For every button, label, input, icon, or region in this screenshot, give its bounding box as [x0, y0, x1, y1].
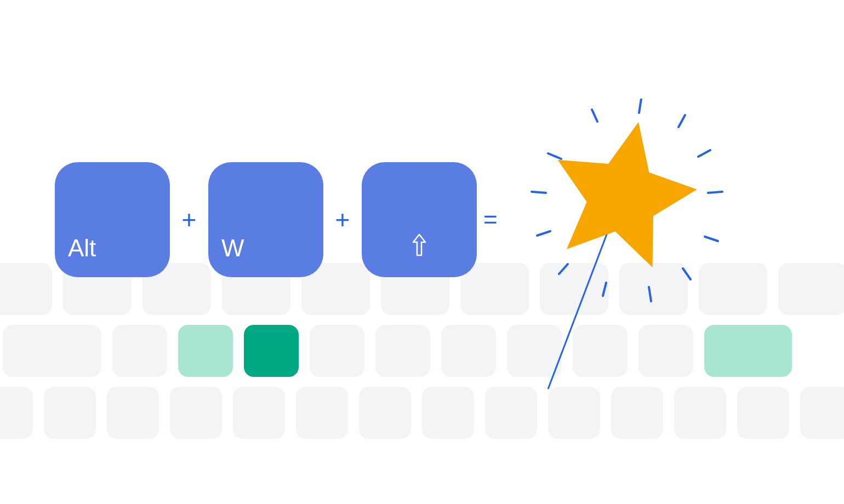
key-arrow-up [362, 162, 477, 277]
svg-line-4 [678, 115, 685, 127]
background-key [778, 263, 844, 315]
background-key [112, 325, 167, 377]
svg-line-9 [603, 283, 606, 296]
plus-operator-2: + [323, 205, 362, 234]
background-key [233, 387, 285, 439]
equals-operator: = [483, 206, 501, 233]
key-w-label: W [221, 234, 244, 262]
svg-line-13 [708, 192, 722, 193]
illustration-stage: Alt + W + = [0, 0, 844, 504]
svg-line-12 [705, 237, 718, 241]
magic-wand-icon [515, 99, 745, 405]
arrow-up-icon [412, 233, 426, 262]
svg-line-5 [548, 153, 561, 159]
svg-line-7 [537, 231, 550, 236]
background-key [107, 387, 159, 439]
svg-line-11 [683, 268, 691, 279]
plus-operator-1: + [170, 205, 208, 234]
background-key [3, 325, 101, 377]
svg-line-8 [559, 264, 568, 274]
background-key [375, 325, 430, 377]
svg-marker-1 [540, 107, 708, 273]
background-key [178, 325, 233, 377]
svg-line-0 [548, 230, 608, 389]
background-key [0, 263, 52, 315]
key-alt-label: Alt [68, 234, 96, 262]
svg-line-14 [698, 150, 710, 157]
svg-line-10 [649, 287, 651, 301]
key-w: W [208, 162, 323, 277]
background-key [170, 387, 222, 439]
background-key [0, 387, 33, 439]
svg-line-3 [639, 99, 641, 113]
background-key [422, 387, 474, 439]
background-key [800, 387, 844, 439]
background-key [44, 387, 96, 439]
svg-line-2 [592, 110, 597, 122]
background-key [441, 325, 496, 377]
background-key [359, 387, 411, 439]
shortcut-row: Alt + W + = [55, 162, 501, 277]
background-key [310, 325, 364, 377]
background-key [296, 387, 348, 439]
background-key [244, 325, 299, 377]
svg-line-6 [532, 192, 546, 193]
key-alt: Alt [55, 162, 170, 277]
